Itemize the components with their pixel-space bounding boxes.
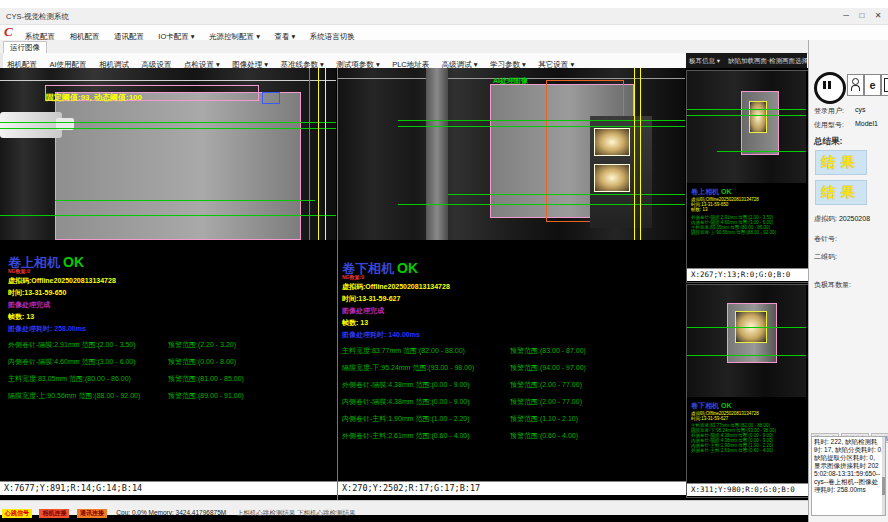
middle-time: 时间:13-31-59-627 bbox=[342, 294, 400, 304]
window-title: CYS-视觉检测系统 bbox=[6, 12, 69, 22]
middle-measure-row: 外侧卷针-隔膜:4.38mm 范围:(0.00 - 9.00)预警范围:(2.0… bbox=[342, 380, 682, 390]
needle-number-label: 卷针号: bbox=[814, 234, 837, 244]
minimize-button[interactable]: ─ bbox=[838, 10, 854, 22]
left-measure-row: 隔膜宽度-上:90.56mm 范围:(88.00 - 92.00)预警范围:(8… bbox=[8, 391, 334, 401]
mini-baseline bbox=[687, 355, 806, 356]
threshold-label-box: 固定阈值:93, 动态阈值:100 bbox=[45, 85, 259, 101]
edge-line-yellow-1 bbox=[318, 68, 319, 240]
edge-line-yellow-1 bbox=[634, 68, 635, 240]
middle-measure-row: 隔膜宽度-下:95.24mm 范围:(93.00 - 98.00)预警范围:(9… bbox=[342, 363, 682, 373]
mini-header-dropdown[interactable]: 极耳信息 ▾ bbox=[689, 57, 720, 64]
left-elapsed: 图像处理耗时: 258.00ms bbox=[8, 324, 86, 334]
virtual-code-label: 虚拟码: 20250208 bbox=[814, 214, 870, 224]
mini-glow bbox=[749, 101, 767, 133]
probe-arm bbox=[0, 112, 62, 138]
total-result-label: 总结果: bbox=[814, 136, 842, 148]
main-viewport: 固定阈值:93, 动态阈值:100 卷上相机OK NG数量:0 虚拟码:Offl… bbox=[0, 68, 808, 522]
left-measure-row: 内侧卷针-隔膜:4.60mm 范围:(3.00 - 6.00)预警范围:(0.0… bbox=[8, 357, 334, 367]
mini-panel-column: 卷上相机OK 虚拟码:Offline2025020813134728 时间:13… bbox=[686, 68, 807, 522]
app-logo-icon: C bbox=[4, 24, 13, 40]
status-bar: 心跳信号 相机连接 通讯连接 Cpu: 0.0% Memory: 3424.41… bbox=[0, 500, 808, 515]
model-label: 使用型号: bbox=[814, 120, 844, 130]
middle-pixel-coords-bar: X:270;Y:2502;R:17;G:17;B:17 bbox=[338, 481, 689, 495]
left-pixel-coords-bar: X:7677;Y:891;R:14;G:14;B:14 bbox=[0, 481, 340, 495]
machine-column bbox=[426, 68, 448, 240]
mini-baseline bbox=[687, 327, 806, 328]
left-time: 时间:13-31-59-650 bbox=[8, 288, 66, 298]
title-bar: CYS-视觉检测系统 ─ □ ✕ bbox=[0, 8, 888, 25]
menu-bar: C 系统配置 相机配置 通讯配置 IO卡配置 ▾ 光源控制配置 ▾ 查看 ▾ 系… bbox=[0, 25, 888, 40]
cpu-memory-text: Cpu: 0.0% Memory: 3424.41796875M bbox=[116, 509, 226, 516]
comm-connection-badge: 通讯连接 bbox=[77, 509, 107, 518]
machine-edge-line bbox=[0, 80, 336, 81]
mini-bottom-image[interactable] bbox=[687, 285, 806, 397]
tab-bar: 运行图像 bbox=[0, 40, 888, 54]
mini-baseline bbox=[717, 151, 806, 152]
baseline-h2 bbox=[398, 126, 685, 127]
mini-header-options[interactable]: 缺陷加载画面·检测画面选择 bbox=[728, 57, 807, 64]
film-roll-roi bbox=[55, 92, 301, 240]
baseline-h1 bbox=[0, 122, 336, 123]
left-ng-text: NG数量:0 bbox=[8, 268, 30, 274]
mini-bottom-panel: 卷下相机OK 虚拟码:Offline2025020813134728 时间:13… bbox=[686, 284, 809, 498]
virtual-code-value: 20250208 bbox=[839, 215, 870, 222]
close-button[interactable]: ✕ bbox=[870, 10, 886, 22]
left-camera-image[interactable]: 固定阈值:93, 动态阈值:100 bbox=[0, 68, 336, 240]
baseline-h4 bbox=[398, 204, 685, 205]
left-camera-panel: 固定阈值:93, 动态阈值:100 卷上相机OK NG数量:0 虚拟码:Offl… bbox=[0, 68, 336, 500]
mini-top-results: 卷上相机OK 虚拟码:Offline2025020813134728 时间:13… bbox=[691, 187, 804, 235]
middle-ng-text: NG数量:0 bbox=[342, 274, 364, 280]
pause-icon bbox=[823, 81, 826, 89]
login-user-label: 登录用户: bbox=[814, 106, 844, 116]
pause-button[interactable] bbox=[814, 72, 846, 104]
heartbeat-result-text: 上相机心跳检测结果 下相机心跳检测结果 bbox=[237, 509, 356, 516]
log-text: 耗时: 222, 缺陷检测耗时: 17, 缺陷分类耗时: 0, 缺陷提取分区耗时… bbox=[812, 437, 885, 495]
baseline-h4 bbox=[0, 215, 336, 216]
middle-process-done: 图像处理完成 bbox=[342, 306, 384, 316]
mini-top-panel: 卷上相机OK 虚拟码:Offline2025020813134728 时间:13… bbox=[686, 70, 809, 283]
log-scrollbar[interactable] bbox=[882, 437, 885, 515]
baseline-h2 bbox=[0, 128, 336, 129]
app-window: CYS-视觉检测系统 ─ □ ✕ C 系统配置 相机配置 通讯配置 IO卡配置 … bbox=[0, 0, 888, 522]
left-frame-count: 帧数: 13 bbox=[8, 312, 34, 322]
left-measure-row: 外侧卷针-隔膜:2.91mm 范围:(2.00 - 3.50)预警范围:(2.2… bbox=[8, 340, 334, 350]
log-output-box[interactable]: 耗时: 222, 缺陷检测耗时: 17, 缺陷分类耗时: 0, 缺陷提取分区耗时… bbox=[811, 436, 886, 516]
mini-top-image[interactable] bbox=[687, 71, 806, 183]
baseline-h1 bbox=[398, 120, 685, 121]
exit-button[interactable]: → bbox=[881, 74, 888, 96]
toolbar: 相机配置 AI使用配置 相机调试 高级设置 点检设置 ▾ 图像处理 ▾ 基准线参… bbox=[0, 53, 689, 69]
mini-baseline bbox=[687, 109, 806, 110]
middle-camera-status-ok: OK bbox=[397, 260, 418, 276]
threshold-overlay-text: 固定阈值:93, 动态阈值:100 bbox=[46, 93, 142, 102]
left-camera-status-ok: OK bbox=[63, 254, 84, 270]
info-button[interactable]: e bbox=[864, 74, 881, 96]
user-button[interactable] bbox=[847, 74, 864, 96]
negative-tab-count-label: 负极耳数量: bbox=[814, 280, 851, 290]
middle-measure-row: 外侧卷针-主料:2.61mm 范围:(0.60 - 4.00)预警范围:(0.6… bbox=[342, 431, 682, 441]
person-icon bbox=[852, 78, 859, 85]
middle-frame-count: 帧数: 13 bbox=[342, 318, 368, 328]
left-barcode: 虚拟码:Offline2025020813134728 bbox=[8, 276, 116, 286]
qr-code-label: 二维码: bbox=[814, 252, 837, 262]
baseline-h3 bbox=[448, 194, 685, 195]
edge-line-yellow-2 bbox=[325, 68, 326, 240]
mini-top-coords-bar: X:267;Y:13;R:0;G:0;B:0 bbox=[687, 268, 810, 281]
glow-component-1 bbox=[594, 128, 630, 156]
middle-measure-row: 内侧卷针-隔膜:4.38mm 范围:(0.00 - 9.00)预警范围:(2.0… bbox=[342, 397, 682, 407]
edge-line-yellow-2 bbox=[640, 68, 641, 240]
mini-baseline bbox=[687, 115, 806, 116]
middle-measure-row: 内侧卷针-主料:1.90mm 范围:(1.00 - 2.20)预警范围:(1.1… bbox=[342, 414, 682, 424]
middle-camera-panel: AI处理图像 卷下相机OK NG数量:0 虚拟码:Offline20250208… bbox=[337, 68, 685, 500]
middle-camera-image[interactable]: AI处理图像 bbox=[338, 68, 685, 240]
camera-connection-badge: 相机连接 bbox=[39, 509, 69, 518]
middle-elapsed: 图像处理耗时: 140.00ms bbox=[342, 330, 420, 340]
model-value: Model1 bbox=[855, 120, 878, 127]
maximize-button[interactable]: □ bbox=[854, 10, 870, 22]
ai-image-label: AI处理图像 bbox=[493, 76, 528, 86]
left-measure-row: 主料宽度:83.05mm 范围:(80.00 - 86.00)预警范围:(81.… bbox=[8, 374, 334, 384]
e-icon: e bbox=[869, 79, 875, 91]
login-user-value: cys bbox=[855, 106, 866, 113]
mini-bottom-coords-bar: X:311;Y:980;R:0;G:0;B:0 bbox=[687, 483, 810, 496]
left-process-done: 图像处理完成 bbox=[8, 300, 50, 310]
result-display-bottom: 结果 bbox=[815, 180, 867, 205]
